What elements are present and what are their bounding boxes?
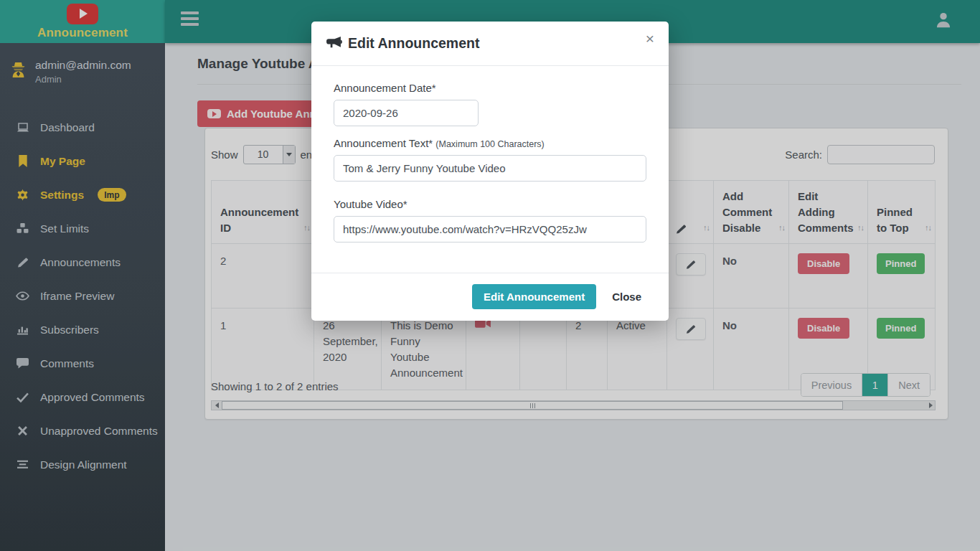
close-icon[interactable]: × <box>646 30 654 47</box>
date-field-label: Announcement Date* <box>334 82 646 94</box>
youtube-video-input[interactable] <box>334 216 646 242</box>
edit-announcement-modal: Edit Announcement × Announcement Date* A… <box>311 22 669 321</box>
modal-body: Announcement Date* Announcement Text* (M… <box>311 66 669 273</box>
edit-announcement-submit-button[interactable]: Edit Announcement <box>472 284 596 309</box>
announcement-text-input[interactable] <box>334 155 646 182</box>
modal-title: Edit Announcement <box>348 35 479 52</box>
modal-footer: Edit Announcement Close <box>311 273 669 321</box>
modal-close-button[interactable]: Close <box>599 284 654 309</box>
text-field-label: Announcement Text* (Maximum 100 Characte… <box>334 137 646 149</box>
max-characters-hint: (Maximum 100 Characters) <box>435 139 544 149</box>
modal-header: Edit Announcement × <box>311 22 669 66</box>
bullhorn-icon <box>326 36 342 51</box>
announcement-date-input[interactable] <box>334 100 479 126</box>
video-field-label: Youtube Video* <box>334 198 646 210</box>
